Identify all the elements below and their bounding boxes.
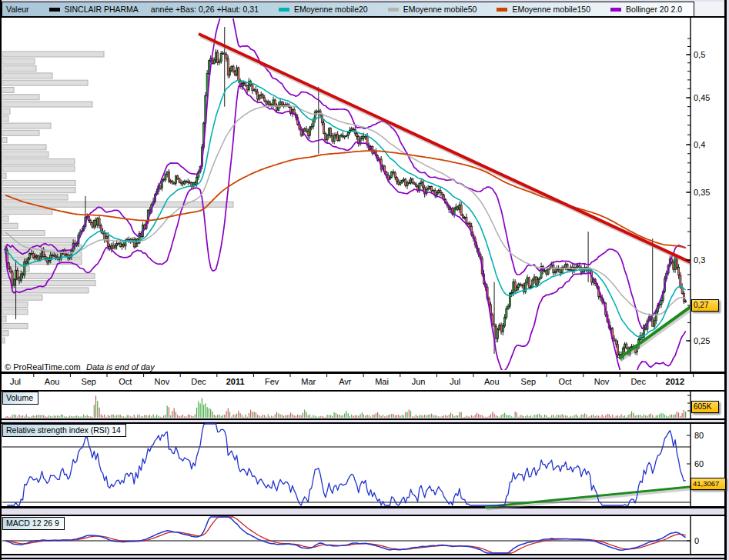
volume-bar — [273, 417, 273, 418]
volume-chart-canvas[interactable] — [0, 390, 727, 420]
volume-bar — [522, 415, 523, 418]
candle-body — [92, 223, 93, 228]
rsi-trendline — [485, 484, 721, 507]
candle-body — [400, 182, 401, 184]
volume-bar — [508, 415, 509, 418]
candle-body — [326, 135, 328, 139]
volume-bar — [557, 415, 557, 418]
volume-bar — [104, 415, 105, 418]
candle-body — [464, 218, 466, 218]
volume-bar — [442, 416, 443, 418]
series-label[interactable]: EMoyenne mobile150 — [512, 5, 590, 14]
volume-bar — [593, 415, 594, 418]
volume-bar — [191, 415, 192, 418]
volume-bar — [605, 415, 606, 418]
volume-bar — [494, 414, 495, 418]
volume-bar — [186, 416, 186, 418]
candle-body — [553, 265, 554, 273]
volume-bar — [363, 415, 364, 418]
volume-bar — [115, 416, 115, 418]
volume-profile-bar — [2, 95, 39, 100]
candle-body — [325, 133, 326, 140]
candle-body — [654, 321, 655, 326]
volume-bar — [414, 417, 415, 418]
volume-bar — [249, 413, 249, 418]
volume-bar — [377, 412, 378, 418]
volume-bar — [473, 416, 473, 418]
candle-body — [45, 257, 46, 259]
series-label[interactable]: EMoyenne mobile20 — [294, 5, 368, 14]
series-label[interactable]: Bollinger 20 2.0 — [626, 5, 682, 14]
volume-bar — [454, 416, 455, 418]
volume-profile-bar — [2, 159, 75, 165]
volume-bar — [252, 412, 252, 418]
volume-bar — [497, 416, 498, 418]
volume-bar — [235, 415, 236, 418]
candle-body — [269, 102, 270, 104]
candle-body — [516, 288, 517, 291]
bollinger-lower-line — [5, 85, 686, 379]
volume-bar — [579, 417, 580, 418]
volume-bar — [503, 414, 503, 418]
candle-body — [685, 301, 687, 302]
candle-body — [97, 218, 99, 225]
price-chart-canvas[interactable]: 0,50,450,40,350,30,25© ProRealTime.comDa… — [0, 16, 727, 374]
volume-bar — [383, 415, 383, 418]
volume-bar — [55, 416, 56, 418]
candle-body — [27, 258, 28, 263]
volume-bar — [656, 415, 657, 418]
volume-profile-bar — [2, 338, 5, 343]
candle-body — [568, 269, 570, 270]
volume-bar — [396, 415, 397, 418]
volume-bar — [87, 415, 88, 418]
macd-panel-label[interactable]: MACD 12 26 9 — [2, 517, 65, 530]
volume-bar — [642, 416, 643, 418]
candle-body — [673, 262, 674, 269]
candle-body — [502, 326, 503, 332]
volume-bar — [490, 414, 491, 418]
candle-body — [217, 52, 219, 62]
volume-bar — [308, 415, 309, 418]
candle-body — [507, 306, 509, 308]
candle-body — [615, 341, 617, 345]
volume-bar — [221, 416, 222, 418]
volume-bar — [266, 417, 266, 418]
candle-body — [554, 271, 556, 273]
instrument-name[interactable]: SINCLAIR PHARMA — [65, 5, 139, 14]
candle-body — [427, 188, 429, 189]
volume-bar — [617, 415, 618, 418]
price-tick-label: 0,4 — [694, 140, 705, 149]
macd-chart-canvas[interactable]: 0 — [0, 515, 727, 555]
candle-body — [319, 111, 321, 115]
rsi-panel-label[interactable]: Relative strength index (RSI) 14 — [2, 424, 126, 437]
candle-body — [546, 271, 547, 275]
volume-bar — [33, 415, 34, 418]
volume-profile-bar — [2, 216, 8, 222]
candle-body — [535, 277, 537, 285]
volume-bar — [254, 412, 255, 418]
volume-panel-label[interactable]: Volume — [2, 392, 38, 405]
series-swatch-icon — [497, 8, 507, 12]
candle-body — [652, 319, 654, 327]
volume-bar — [111, 415, 112, 418]
candle-body — [398, 182, 400, 184]
volume-bar — [654, 417, 654, 418]
volume-bar — [231, 417, 232, 418]
price-tick-label: 0,45 — [694, 93, 710, 102]
candle-body — [90, 221, 92, 223]
candle-body — [187, 182, 189, 182]
volume-bar — [499, 417, 500, 418]
volume-bar — [541, 415, 542, 418]
series-label[interactable]: EMoyenne mobile50 — [403, 5, 477, 14]
candle-body — [220, 54, 222, 62]
candle-body — [678, 268, 680, 275]
candle-body — [495, 326, 497, 338]
volume-bar — [684, 410, 684, 418]
volume-bar — [123, 416, 124, 418]
volume-bar — [22, 415, 23, 418]
candle-body — [226, 55, 227, 59]
volume-bar — [142, 416, 143, 418]
month-label: Jul — [450, 377, 460, 386]
candle-body — [527, 278, 528, 283]
volume-profile-bar — [2, 180, 75, 185]
